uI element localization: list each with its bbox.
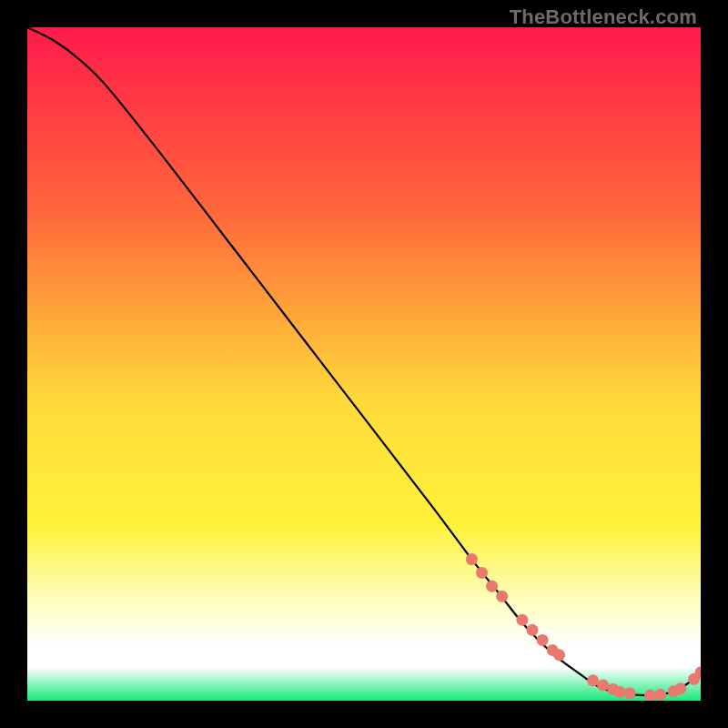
marker-dot	[466, 553, 478, 565]
highlight-markers	[466, 553, 701, 701]
marker-dot	[553, 649, 565, 661]
marker-dot	[674, 682, 686, 694]
marker-dot	[624, 687, 636, 699]
watermark-text: TheBottleneck.com	[510, 5, 697, 29]
marker-dot	[486, 581, 498, 592]
bottleneck-curve	[27, 27, 701, 695]
data-overlay	[27, 27, 701, 701]
marker-dot	[654, 689, 666, 701]
marker-dot	[537, 634, 549, 646]
marker-dot	[644, 690, 656, 701]
marker-dot	[527, 624, 539, 636]
plot-area	[27, 27, 701, 701]
chart-stage: TheBottleneck.com	[0, 0, 728, 728]
marker-dot	[587, 674, 599, 686]
marker-dot	[516, 614, 528, 626]
marker-dot	[614, 686, 626, 698]
marker-dot	[476, 567, 488, 579]
marker-dot	[597, 679, 609, 691]
marker-dot	[496, 591, 508, 602]
